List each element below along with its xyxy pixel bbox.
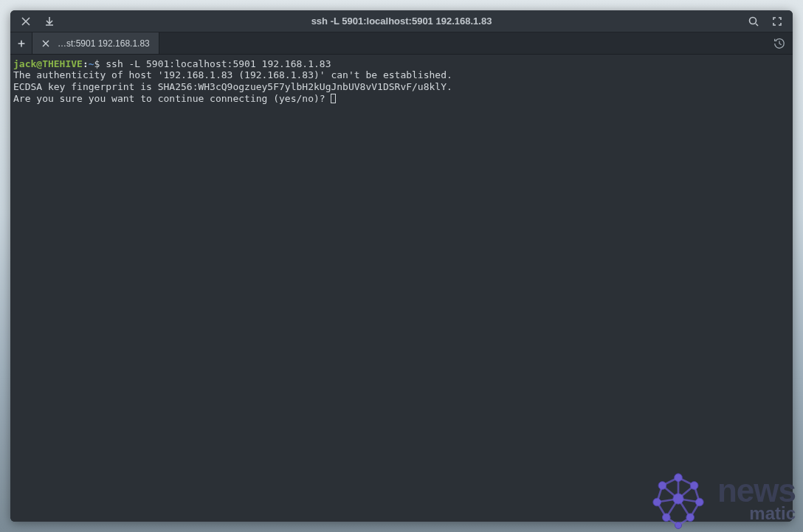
titlebar: ssh -L 5901:localhost:5901 192.168.1.83 bbox=[10, 10, 793, 32]
prompt-path: ~ bbox=[89, 58, 94, 69]
tabbar: …st:5901 192.168.1.83 bbox=[10, 32, 793, 55]
download-icon[interactable] bbox=[43, 15, 56, 28]
tab-label: …st:5901 192.168.1.83 bbox=[58, 38, 150, 49]
search-icon[interactable] bbox=[747, 15, 760, 28]
prompt-userhost: jack@THEHIVE bbox=[13, 58, 83, 69]
titlebar-right bbox=[738, 15, 793, 28]
window-title: ssh -L 5901:localhost:5901 192.168.1.83 bbox=[10, 15, 793, 27]
terminal-cursor bbox=[331, 94, 336, 103]
tab-close-icon[interactable] bbox=[41, 39, 50, 48]
terminal-window: ssh -L 5901:localhost:5901 192.168.1.83 … bbox=[10, 10, 793, 522]
terminal-command-text: ssh -L 5901:localhost:5901 192.168.1.83 bbox=[106, 58, 331, 69]
prompt-sep: : bbox=[83, 58, 89, 69]
terminal-body[interactable]: jack@THEHIVE:~$ ssh -L 5901:localhost:59… bbox=[10, 55, 793, 522]
tab-active[interactable]: …st:5901 192.168.1.83 bbox=[32, 32, 159, 54]
fullscreen-icon[interactable] bbox=[771, 15, 784, 28]
terminal-line: Are you sure you want to continue connec… bbox=[13, 93, 331, 104]
close-icon[interactable] bbox=[19, 15, 32, 28]
svg-point-9 bbox=[675, 522, 681, 529]
history-icon[interactable] bbox=[766, 32, 793, 54]
titlebar-left bbox=[10, 15, 65, 28]
terminal-line: The authenticity of host '192.168.1.83 (… bbox=[13, 69, 452, 80]
svg-point-0 bbox=[750, 17, 757, 24]
new-tab-button[interactable] bbox=[10, 32, 32, 54]
terminal-line: ECDSA key fingerprint is SHA256:WH3cQ9og… bbox=[13, 81, 452, 92]
